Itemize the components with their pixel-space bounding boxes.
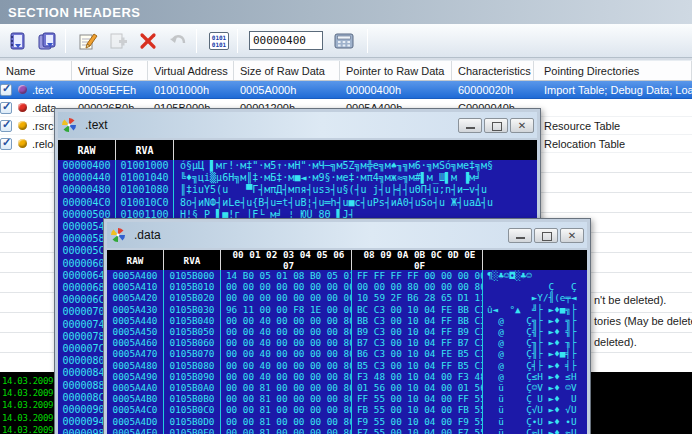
hex-bytes-low: 96 11 00 00 F8 1E 00 00 <box>221 304 352 315</box>
column-header-virtual-address[interactable]: Virtual Address <box>148 61 234 80</box>
toolbar-separator <box>196 29 197 53</box>
data-hex-content: 0005A400 0105B000 14 B0 05 01 08 B0 05 0… <box>107 270 587 434</box>
rva-address: 0105B040 <box>164 315 221 326</box>
section-checkbox[interactable] <box>0 84 12 96</box>
data-window-titlebar[interactable]: .data <box>107 222 587 248</box>
add-section-icon <box>108 31 128 51</box>
save-all-sections-icon <box>37 31 57 51</box>
rva-address: 0105B090 <box>164 371 221 382</box>
hex-bytes-low: 14 B0 05 01 08 B0 05 01 <box>221 270 352 281</box>
section-type-bullet-icon <box>18 103 27 112</box>
ascii-text: ü Ç≈U ►♦ ≈U <box>483 427 587 434</box>
hex-column-header: RAW RVA <box>58 140 537 160</box>
rva-address: 0105B010 <box>164 281 221 292</box>
section-checkbox[interactable] <box>0 120 12 132</box>
hex-bytes-header-high: 08 09 0A 0B 0C 0D 0E 0F <box>352 250 483 270</box>
raw-address: 0005A4D0 <box>107 416 164 427</box>
column-header-size-of-raw-data[interactable]: Size of Raw Data <box>234 61 340 80</box>
hex-row: 0005A440 0105B040 00 00 40 00 00 00 00 8… <box>107 315 587 326</box>
hex-bytes-high: FF FF FF FF 00 00 00 00 <box>352 270 483 281</box>
undo-icon <box>168 31 188 51</box>
save-all-sections-button[interactable] <box>34 28 60 54</box>
maximize-button[interactable] <box>484 118 508 133</box>
ascii-text: ¶░♣☺◘░♣☺ <box>483 270 587 281</box>
save-section-button[interactable] <box>4 28 30 54</box>
rva-address: 01001040 <box>116 172 174 184</box>
hex-bytes-high: F3 48 00 10 04 00 F3 48 <box>352 371 483 382</box>
section-checkbox[interactable] <box>0 138 12 150</box>
hex-row: 0005A410 0105B010 00 00 00 00 00 00 00 0… <box>107 281 587 292</box>
rva-address: 01001000 <box>116 160 174 172</box>
section-headers-titlebar: SECTION HEADERS <box>0 0 692 24</box>
toolbar-separator <box>367 29 368 53</box>
size-of-raw-data-value: 0005A000h <box>234 84 340 96</box>
rva-address: 010010C0 <box>116 197 174 209</box>
hex-row: 0005A4D0 0105B0D0 00 00 81 00 00 00 00 8… <box>107 416 587 427</box>
window-title: .text <box>85 118 108 132</box>
rva-address: 0105B0D0 <box>164 416 221 427</box>
ascii-column-header <box>483 250 587 270</box>
calculator-button[interactable] <box>331 28 357 54</box>
ascii-text: û◄ °▲ ╝├ ►♦■╗├ <box>483 304 587 315</box>
raw-address: 000004C0 <box>58 197 116 209</box>
section-type-bullet-icon <box>18 121 27 130</box>
rva-address: 0105B020 <box>164 292 221 303</box>
legend-text: deleted). <box>594 336 637 348</box>
column-header-pointing-directories[interactable]: Pointing Directories <box>534 61 692 80</box>
raw-column-header: RAW <box>107 250 164 270</box>
column-header-virtual-size[interactable]: Virtual Size <box>72 61 148 80</box>
add-section-button[interactable] <box>105 28 131 54</box>
binary-view-button[interactable]: 0101 0101 <box>206 28 232 54</box>
address-input[interactable] <box>249 31 323 50</box>
column-header-characteristics[interactable]: Characteristics <box>452 61 534 80</box>
hex-row: 00000400 01001000 ό§µЦ ▌мг!·м‡"·м5↑·мН"·… <box>58 160 537 172</box>
raw-address: 0005A470 <box>107 348 164 359</box>
hex-row: 0005A430 0105B030 96 11 00 00 F8 1E 00 0… <box>107 304 587 315</box>
raw-address: 0005A420 <box>107 292 164 303</box>
raw-column-header: RAW <box>58 140 116 160</box>
column-header-name[interactable]: Name <box>0 61 72 80</box>
rva-address: 0105B080 <box>164 360 221 371</box>
rva-address: 0105B0C0 <box>164 404 221 415</box>
ascii-text: ü Ç∙U ►♦ ∙U <box>483 416 587 427</box>
column-header-pointer-to-raw-data[interactable]: Pointer to Raw Data <box>340 61 452 80</box>
hex-bytes-low: 00 00 00 00 00 00 00 00 <box>221 281 352 292</box>
minimize-button[interactable] <box>458 118 482 133</box>
section-name: .text <box>32 84 53 96</box>
section-name: .rsrc <box>32 120 53 132</box>
section-checkbox[interactable] <box>0 102 12 114</box>
rva-column-header: RVA <box>116 140 174 160</box>
raw-address: 0005A450 <box>107 326 164 337</box>
hex-bytes-low: 00 00 81 00 00 00 00 80 <box>221 382 352 393</box>
toolbar: 0101 0101 <box>0 24 692 58</box>
delete-section-button[interactable] <box>135 28 161 54</box>
hex-bytes-high: B7 C3 00 10 04 FF B7 C3 <box>352 337 483 348</box>
code-glyphs: ║‡iuY5(u ▀Г┤мπД┤мпя┤usз┤u§(┤u j┤u├╡┤uΘП┤… <box>174 184 537 196</box>
hex-row: 00000480 01001080 ║‡iuY5(u ▀Г┤мπД┤мпя┤us… <box>58 184 537 196</box>
close-button[interactable] <box>510 118 534 133</box>
hex-row: 0005A4E0 0105B0E0 00 00 81 00 00 00 00 8… <box>107 427 587 434</box>
minimize-button[interactable] <box>508 228 532 243</box>
section-table-row[interactable]: .text 00059EFEh 01001000h 0005A000h 0000… <box>0 81 692 99</box>
binary-view-icon: 0101 0101 <box>209 32 229 50</box>
hex-bytes-high: BC C3 00 10 04 FE BB C3 <box>352 304 483 315</box>
text-window-titlebar[interactable]: .text <box>58 112 537 138</box>
close-button[interactable] <box>560 228 584 243</box>
edit-section-button[interactable] <box>75 28 101 54</box>
pointing-directories-value: Resource Table <box>534 120 692 132</box>
hex-row: 0005A460 0105B060 00 00 40 00 00 00 00 8… <box>107 337 587 348</box>
pointing-directories-value: Import Table; Debug Data; Load Config Ta… <box>534 84 692 96</box>
hex-row: 000004C0 010010C0 8o┤иNФ┤иLe┤u{B┤u=t┤uB¦… <box>58 197 537 209</box>
rva-address: 0105B000 <box>164 270 221 281</box>
ascii-text: @ Ç╗├ ►♦ ╗├ <box>483 315 587 326</box>
ascii-text: @ Ç╢├ ►♦■╡├ <box>483 348 587 359</box>
rva-address: 0105B0E0 <box>164 427 221 434</box>
ascii-text: @ Ç╣├ ►♦ ╣├ <box>483 326 587 337</box>
rva-address: 0105B0A0 <box>164 382 221 393</box>
maximize-button[interactable] <box>534 228 558 243</box>
legend-text: n't be deleted). <box>594 294 666 306</box>
undo-button[interactable] <box>165 28 191 54</box>
hex-bytes-high: 10 59 2F B6 28 65 D1 11 <box>352 292 483 303</box>
toolbar-separator <box>237 29 238 53</box>
hex-bytes-low: 00 00 40 00 00 00 00 80 <box>221 326 352 337</box>
